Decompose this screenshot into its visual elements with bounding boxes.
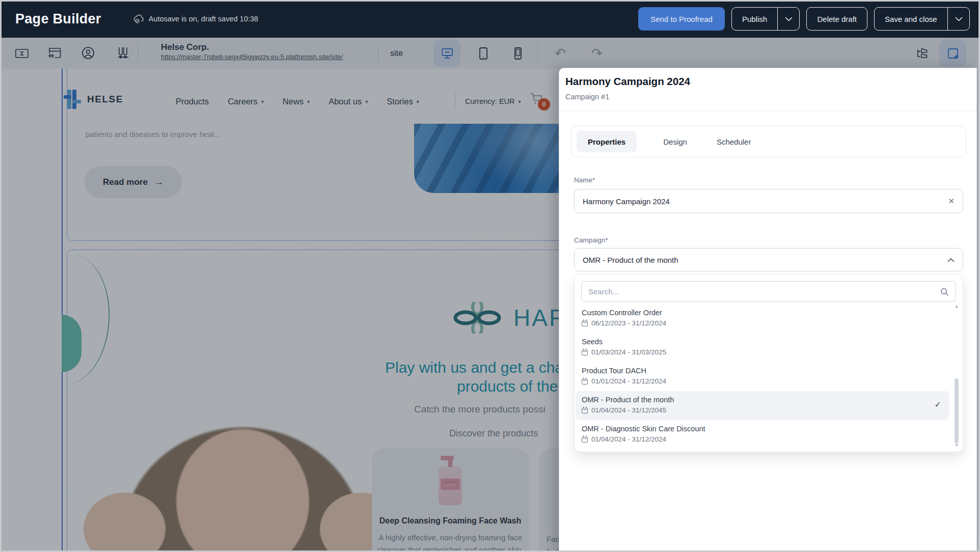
read-more-button[interactable]: Read more → <box>85 166 182 198</box>
desktop-icon <box>441 47 454 60</box>
arrow-right-icon: → <box>155 177 164 187</box>
tab-scheduler[interactable]: Scheduler <box>714 131 754 152</box>
divider <box>138 44 138 62</box>
option-date-text: 01/04/2024 - 31/12/2024 <box>591 434 666 445</box>
helse-logo-icon <box>63 88 82 111</box>
nav-link-label: Products <box>176 97 209 106</box>
nav-link[interactable]: Careers ▾ <box>228 97 264 106</box>
name-field-label: Name* <box>574 176 595 184</box>
check-icon: ✓ <box>935 400 941 409</box>
campaign-headline-line2: products of the <box>457 378 558 395</box>
autosave-status: Autosave is on, draft saved 10:38 <box>133 14 258 24</box>
autosave-cloud-check-icon <box>133 14 144 24</box>
cart-button[interactable]: 0 <box>530 92 544 105</box>
desktop-view-button[interactable] <box>433 40 460 67</box>
campaign-dropdown: Search... Custom Controller Order 06/12/… <box>574 274 963 452</box>
nav-links: Products Careers ▾ News ▾ About us ▾ Sto… <box>176 93 419 110</box>
campaign-option[interactable]: OMR - Product of the month 01/04/2024 - … <box>576 391 949 420</box>
campaign-option[interactable]: Seeds 01/03/2024 - 31/03/2025 <box>576 333 949 362</box>
campaign-subline2: Discover the products <box>449 428 538 439</box>
layout-width-tool-icon[interactable] <box>47 46 62 61</box>
calendar-icon <box>582 350 588 355</box>
campaign-option[interactable]: Custom Controller Order 06/12/2023 - 31/… <box>576 304 949 333</box>
editor-toolbar: Helse Corp. https://master-7rqtwti-segx4… <box>0 38 980 69</box>
nav-link[interactable]: Products <box>176 97 209 106</box>
option-dates: 01/01/2024 - 31/12/2024 <box>582 376 942 387</box>
option-title: Seeds <box>582 337 942 347</box>
calendar-icon <box>582 379 588 384</box>
chevron-down-icon <box>955 17 963 21</box>
clear-icon[interactable]: ✕ <box>948 197 955 206</box>
product-description: A highly effective, non-drying foaming f… <box>372 532 529 552</box>
campaign-select-value: OMR - Product of the month <box>583 256 947 264</box>
tab-properties[interactable]: Properties <box>577 131 637 152</box>
scroll-up-icon[interactable]: ▲ <box>954 304 959 309</box>
ab-test-tool-icon[interactable] <box>114 46 130 61</box>
scrollbar-thumb[interactable] <box>955 378 959 444</box>
campaign-settings-panel: Harmony Campaign 2024 Campaign #1 Proper… <box>559 68 977 552</box>
name-input[interactable]: Harmony Campaign 2024 ✕ <box>574 189 963 213</box>
site-url-link[interactable]: https://master-7rqtwti-segx45igywzzy.eu-… <box>161 52 343 62</box>
site-name: Helse Corp. <box>161 42 343 52</box>
campaign-option-list: Custom Controller Order 06/12/2023 - 31/… <box>576 304 949 450</box>
product-card[interactable]: Deep Cleansing Foaming Face Wash A highl… <box>372 448 529 552</box>
text-block-tool-icon[interactable] <box>14 47 30 60</box>
chevron-down-icon <box>785 17 793 21</box>
currency-selector[interactable]: Currency: EUR ▾ <box>465 93 521 110</box>
name-input-value: Harmony Campaign 2024 <box>583 197 948 206</box>
cart-count-badge: 0 <box>538 98 550 111</box>
publish-split-button: Publish <box>731 7 800 31</box>
sitemap-icon[interactable] <box>915 46 930 61</box>
undo-icon: ↶ <box>555 45 566 62</box>
undo-button[interactable]: ↶ <box>549 38 571 69</box>
tab-design[interactable]: Design <box>660 131 690 152</box>
tablet-view-button[interactable] <box>470 40 497 67</box>
campaign-subline1: Catch the more products possi <box>414 404 546 415</box>
calendar-icon <box>582 437 588 443</box>
option-date-text: 01/04/2024 - 31/12/2045 <box>591 405 666 416</box>
option-date-text: 01/03/2024 - 31/03/2025 <box>591 347 666 357</box>
topbar-actions: Send to Proofread Publish Delete draft S… <box>638 7 970 31</box>
nav-link-label: Careers <box>228 97 258 106</box>
product-title: Deep Cleansing Foaming Face Wash <box>372 516 529 526</box>
panel-tabs: PropertiesDesignScheduler <box>571 126 966 157</box>
campaign-option[interactable]: Product Tour DACH 01/01/2024 - 31/12/202… <box>576 362 949 391</box>
option-dates: 01/04/2024 - 31/12/2024 <box>582 434 942 445</box>
mobile-view-button[interactable] <box>504 40 531 67</box>
add-section-button[interactable] <box>939 40 966 67</box>
add-frame-icon <box>946 47 960 60</box>
helse-logo[interactable]: HELSE <box>63 88 123 111</box>
campaign-select[interactable]: OMR - Product of the month <box>574 248 963 271</box>
send-to-proofread-button[interactable]: Send to Proofread <box>638 7 725 31</box>
campaign-option[interactable]: OMR - Diagnostic Skin Care Discount 01/0… <box>576 420 949 449</box>
redo-button[interactable]: ↷ <box>586 38 608 69</box>
delete-draft-button[interactable]: Delete draft <box>806 7 867 31</box>
campaign-search-input[interactable]: Search... <box>581 281 956 302</box>
option-dates: 01/04/2024 - 31/12/2045 <box>582 405 942 416</box>
redo-icon: ↷ <box>591 45 603 62</box>
option-title: OMR - Diagnostic Skin Care Discount <box>582 424 942 434</box>
option-dates: 06/12/2023 - 31/12/2024 <box>582 318 942 328</box>
caret-down-icon: ▾ <box>365 99 368 104</box>
persona-tool-icon[interactable] <box>80 46 96 61</box>
logo-text: HELSE <box>87 94 123 105</box>
publish-dropdown-button[interactable] <box>778 17 799 21</box>
calendar-icon <box>582 321 588 326</box>
top-bar: Page Builder Autosave is on, draft saved… <box>0 0 980 38</box>
save-and-close-dropdown-button[interactable] <box>948 17 969 21</box>
scroll-down-icon[interactable]: ▼ <box>954 443 959 448</box>
publish-button[interactable]: Publish <box>732 15 777 23</box>
caret-down-icon: ▾ <box>417 99 419 104</box>
site-info: Helse Corp. https://master-7rqtwti-segx4… <box>161 42 343 62</box>
nav-link[interactable]: News ▾ <box>283 97 310 106</box>
panel-title: Harmony Campaign 2024 <box>565 75 690 88</box>
option-title: Custom Controller Order <box>582 308 942 318</box>
save-and-close-button[interactable]: Save and close <box>875 15 947 23</box>
dropdown-scrollbar[interactable]: ▲ ▼ <box>954 304 959 448</box>
nav-link[interactable]: About us ▾ <box>329 97 368 106</box>
hero-image <box>414 124 567 193</box>
nav-link[interactable]: Stories ▾ <box>387 97 419 106</box>
save-and-close-split-button: Save and close <box>874 7 970 31</box>
divider <box>378 44 378 62</box>
mobile-icon <box>513 47 523 60</box>
